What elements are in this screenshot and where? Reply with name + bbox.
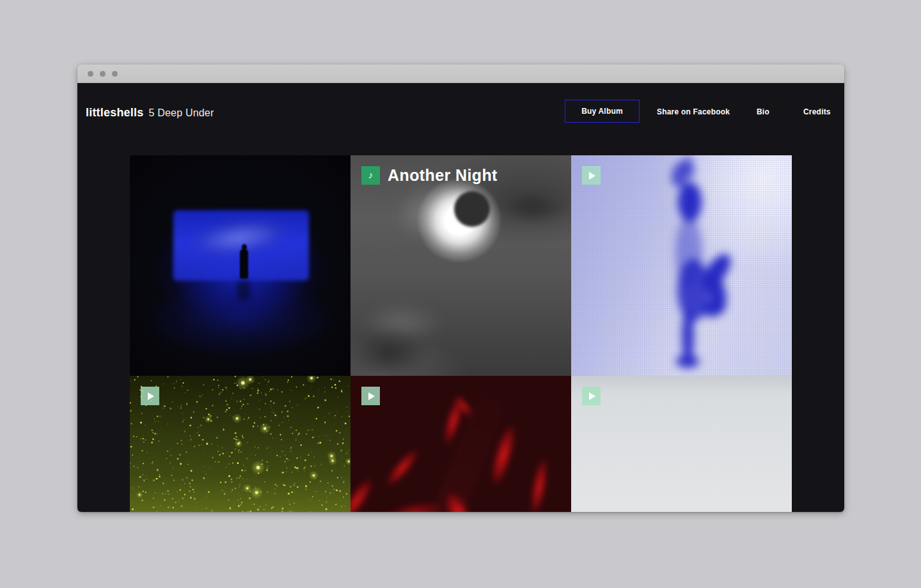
track-heading: ♪ Another Night (361, 166, 498, 185)
play-triangle (589, 392, 595, 400)
window-titlebar (77, 65, 844, 83)
track-grid: ♪ Another Night (130, 155, 792, 512)
play-triangle (589, 172, 595, 180)
tile-blue-room[interactable] (130, 155, 350, 376)
red-flame-streak (376, 439, 429, 497)
tile-another-night[interactable]: ♪ Another Night (350, 155, 571, 376)
play-icon[interactable] (141, 387, 159, 405)
window-close-button[interactable] (88, 71, 93, 77)
red-flame-streak (524, 447, 555, 512)
tile-starfield[interactable] (130, 376, 350, 512)
play-icon[interactable] (361, 387, 380, 405)
play-triangle (148, 392, 154, 400)
figure-raised-foot (702, 301, 722, 317)
bio-link[interactable]: Bio (757, 107, 769, 116)
figure-head (678, 182, 702, 222)
window-fullscreen-button[interactable] (112, 71, 118, 77)
starfield-canvas (130, 376, 350, 512)
track-title: Another Night (388, 166, 498, 185)
window-minimize-button[interactable] (100, 71, 106, 77)
music-note-icon[interactable]: ♪ (361, 166, 380, 185)
share-on-facebook-link[interactable]: Share on Facebook (657, 107, 730, 116)
credits-link[interactable]: Credits (803, 107, 831, 116)
album-title: 5 Deep Under (148, 107, 214, 118)
blurred-dancer-figure (571, 155, 792, 376)
page: littleshells5 Deep Under Buy Album Share… (77, 83, 844, 512)
tile-white-wall[interactable] (571, 376, 792, 512)
play-triangle (368, 392, 375, 400)
browser-window: littleshells5 Deep Under Buy Album Share… (77, 65, 844, 512)
cloud-shadow (350, 315, 443, 376)
blue-room-vignette (130, 155, 350, 376)
play-icon[interactable] (582, 166, 601, 185)
red-flame-streak (350, 467, 384, 512)
brand: littleshells5 Deep Under (86, 106, 214, 120)
brand-name[interactable]: littleshells (86, 106, 143, 119)
site-header: littleshells5 Deep Under Buy Album Share… (77, 83, 844, 155)
play-icon[interactable] (582, 387, 601, 405)
eclipse-dark-band (478, 189, 571, 229)
tile-red-flames[interactable] (350, 376, 571, 512)
figure-standing-foot (676, 355, 699, 368)
buy-album-button[interactable]: Buy Album (565, 100, 640, 123)
tile-blue-figure[interactable] (571, 155, 792, 376)
